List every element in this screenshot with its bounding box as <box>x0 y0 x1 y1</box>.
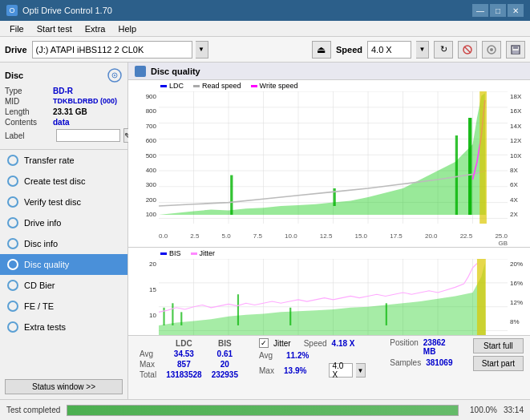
disc-label-input[interactable] <box>56 129 120 142</box>
svg-marker-47 <box>159 264 486 335</box>
jitter-legend-label: Jitter <box>200 249 216 257</box>
bottom-chart-body: 20 15 10 5 <box>128 259 530 335</box>
sidebar-item-create-test-disc[interactable]: Create test disc <box>0 171 127 192</box>
main-area: Disc Type BD-R MID TDKBLDRBD (000) Lengt… <box>0 63 530 399</box>
bis-legend: BIS <box>160 249 181 257</box>
menu-file[interactable]: File <box>3 22 30 35</box>
sidebar-item-verify-test-disc[interactable]: Verify test disc <box>0 192 127 212</box>
disc-contents-row: Contents data <box>5 118 123 127</box>
progress-track <box>67 405 459 416</box>
sidebar: Disc Type BD-R MID TDKBLDRBD (000) Lengt… <box>0 63 128 399</box>
titlebar: O Opti Drive Control 1.70 — □ ✕ <box>0 0 530 21</box>
svg-rect-52 <box>289 308 291 325</box>
avg-bis: 0.61 <box>207 349 243 359</box>
titlebar-left: O Opti Drive Control 1.70 <box>6 5 112 16</box>
progress-percent: 100.0% <box>465 406 497 414</box>
sidebar-item-cd-bier[interactable]: CD Bier <box>0 275 127 296</box>
charts-area: LDC Read speed Write speed 900 800 <box>128 80 530 335</box>
svg-rect-6 <box>512 50 519 54</box>
ldc-header: LDC <box>161 338 207 349</box>
max-bis: 20 <box>207 359 243 370</box>
bottom-chart-legend: BIS Jitter <box>128 248 530 259</box>
app-icon: O <box>6 5 18 16</box>
total-ldc: 13183528 <box>161 370 207 380</box>
samples-value: 381069 <box>426 358 452 367</box>
read-speed-legend-label: Read speed <box>202 82 241 90</box>
disc-quality-header-icon <box>135 66 146 77</box>
sidebar-item-transfer-rate[interactable]: Transfer rate <box>0 150 127 171</box>
titlebar-title: Opti Drive Control 1.70 <box>22 6 112 15</box>
disc-icon <box>107 67 123 83</box>
disc-erase-button[interactable] <box>458 41 477 59</box>
speed-label-stats: Speed <box>304 339 327 348</box>
bottom-chart-y-axis-right: 20% 16% 12% 8% 4% <box>508 259 530 335</box>
close-button[interactable]: ✕ <box>508 4 524 17</box>
top-chart-section: LDC Read speed Write speed 900 800 <box>128 80 530 248</box>
menu-help[interactable]: Help <box>111 22 143 35</box>
svg-point-9 <box>114 75 115 76</box>
bis-legend-label: BIS <box>169 249 181 257</box>
status-window-button[interactable]: Status window >> <box>5 379 123 394</box>
ldc-legend-dot <box>160 85 167 87</box>
sidebar-item-label: CD Bier <box>24 281 55 290</box>
stats-speed-dropdown-arrow[interactable]: ▼ <box>356 363 366 378</box>
speed-label: Speed <box>336 45 362 55</box>
start-part-button[interactable]: Start part <box>473 356 524 371</box>
menu-start-test[interactable]: Start test <box>30 22 79 35</box>
drive-info-icon <box>6 216 19 229</box>
disc-burn-button[interactable] <box>482 41 501 59</box>
refresh-button[interactable]: ↻ <box>434 41 453 59</box>
speed-dropdown-arrow[interactable]: ▼ <box>416 41 429 59</box>
status-text: Test completed <box>6 406 60 414</box>
sidebar-item-drive-info[interactable]: Drive info <box>0 212 127 233</box>
sidebar-item-label: Disc quality <box>24 260 69 269</box>
sidebar-item-fe-te[interactable]: FE / TE <box>0 296 127 317</box>
disc-type-value: BD-R <box>53 87 73 95</box>
sidebar-item-label: FE / TE <box>24 301 54 311</box>
svg-rect-54 <box>477 259 486 335</box>
sidebar-item-disc-quality[interactable]: Disc quality <box>0 254 127 275</box>
eject-button[interactable]: ⏏ <box>312 41 331 59</box>
disc-label-label: Label <box>5 131 53 140</box>
top-chart-x-axis: 0.0 2.5 5.0 7.5 10.0 12.5 15.0 17.5 20.0… <box>128 232 530 240</box>
sidebar-item-extra-tests[interactable]: Extra tests <box>0 317 127 337</box>
fe-te-icon <box>6 300 19 313</box>
svg-rect-32 <box>468 118 471 215</box>
jitter-checkbox[interactable] <box>259 338 269 348</box>
progress-fill <box>67 406 458 415</box>
avg-label2: Avg <box>259 351 283 360</box>
verify-test-disc-icon <box>6 196 19 208</box>
maximize-button[interactable]: □ <box>490 4 506 17</box>
nav-section: Transfer rate Create test disc Verify te… <box>0 150 127 374</box>
svg-rect-51 <box>237 294 239 325</box>
sidebar-item-disc-info[interactable]: Disc info <box>0 233 127 254</box>
speed-dropdown-value[interactable]: 4.0 X <box>367 41 411 59</box>
top-chart-legend: LDC Read speed Write speed <box>128 80 530 91</box>
position-label: Position <box>390 338 419 356</box>
total-label: Total <box>135 370 161 380</box>
drive-dropdown-arrow[interactable]: ▼ <box>196 41 208 59</box>
disc-section-title: Disc <box>5 71 23 80</box>
disc-length-row: Length 23.31 GB <box>5 107 123 116</box>
samples-label: Samples <box>390 358 421 367</box>
disc-quality-title: Disc quality <box>151 67 200 76</box>
jitter-row: Jitter Speed 4.18 X <box>259 338 366 348</box>
sidebar-item-label: Create test disc <box>24 176 85 186</box>
stats-speed-dropdown[interactable]: 4.0 X <box>329 363 352 378</box>
disc-contents-label: Contents <box>5 118 53 127</box>
jitter-label: Jitter <box>273 339 291 348</box>
save-button[interactable] <box>506 41 525 59</box>
svg-marker-28 <box>159 93 486 215</box>
disc-quality-header: Disc quality <box>128 63 530 80</box>
position-value: 23862 MB <box>423 338 457 356</box>
minimize-button[interactable]: — <box>472 4 488 17</box>
position-section: Position 23862 MB Samples 381069 <box>390 338 457 367</box>
read-speed-legend-dot <box>193 85 200 87</box>
start-full-button[interactable]: Start full <box>473 338 524 353</box>
content-area: Disc quality LDC Read speed <box>128 63 530 399</box>
svg-rect-5 <box>513 46 518 49</box>
drive-dropdown-value[interactable]: (J:) ATAPI iHBS112 2 CL0K <box>32 41 192 59</box>
svg-rect-53 <box>386 303 387 325</box>
menu-extra[interactable]: Extra <box>79 22 112 35</box>
drive-toolbar: Drive (J:) ATAPI iHBS112 2 CL0K ▼ ⏏ Spee… <box>0 37 530 63</box>
